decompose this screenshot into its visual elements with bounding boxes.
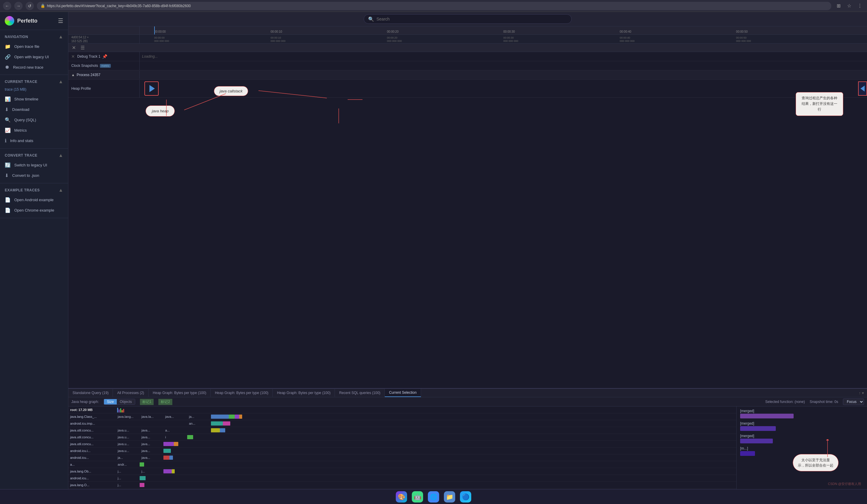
refresh-button[interactable]: ↺ bbox=[25, 2, 34, 10]
heap-tree-panel[interactable]: root: 17.20 MB bbox=[68, 407, 736, 489]
sidebar-header: Perfetto ☰ bbox=[0, 12, 68, 30]
taskbar-chrome[interactable]: 🌐 bbox=[428, 491, 439, 503]
bookmark-button[interactable]: ☆ bbox=[845, 2, 853, 10]
bottom-content: root: 17.20 MB bbox=[68, 407, 867, 489]
legacy-ui-label: Open with legacy UI bbox=[14, 55, 49, 59]
metrics-label: Metrics bbox=[14, 128, 27, 132]
sidebar-item-switch-legacy[interactable]: 🔄 Switch to legacy UI bbox=[0, 160, 68, 170]
heap-col2: j... bbox=[116, 483, 140, 487]
tab-all-processes[interactable]: All Processes (2) bbox=[113, 389, 149, 397]
heap-tag2-btn[interactable]: 标记2 bbox=[158, 399, 172, 405]
list-item[interactable]: java.util.concu... java.u... java... bbox=[68, 441, 736, 448]
heap-col4: i bbox=[163, 435, 187, 440]
list-item[interactable]: java.lang.O... j... bbox=[68, 482, 736, 489]
list-item[interactable]: a... andr... bbox=[68, 461, 736, 468]
taskbar-android[interactable]: 🤖 bbox=[412, 491, 423, 503]
merged-item-2[interactable]: [merged] bbox=[737, 420, 867, 433]
heap-col-name: android.icu.imp... bbox=[68, 421, 116, 426]
color-bar-g2 bbox=[187, 435, 193, 439]
convert-trace-label: Convert trace bbox=[5, 153, 38, 158]
tab-heap-graph-1[interactable]: Heap Graph: Bytes per type (100) bbox=[149, 389, 211, 397]
tab-current-selection[interactable]: Current Selection bbox=[385, 389, 421, 397]
list-item[interactable]: java.util.concu... java.u... java... a..… bbox=[68, 427, 736, 434]
example-traces-header[interactable]: Example Traces ▲ bbox=[0, 186, 68, 195]
expand-all-button[interactable]: ☰ bbox=[79, 44, 86, 51]
merged-item-4[interactable]: [m...] bbox=[737, 445, 867, 458]
heap-track-content[interactable] bbox=[140, 79, 867, 97]
sidebar-item-legacy-ui[interactable]: 🔗 Open with legacy UI bbox=[0, 52, 68, 62]
android-example-label: Open Android example bbox=[14, 197, 53, 202]
merged-item-1[interactable]: [merged] bbox=[737, 408, 867, 420]
taskbar-finder[interactable]: 🔵 bbox=[460, 491, 471, 503]
nav-section-label: Navigation bbox=[5, 35, 28, 39]
clock-snapshots-name: Clock Snapshots bbox=[71, 64, 98, 68]
heap-root-row[interactable]: root: 17.20 MB bbox=[68, 407, 736, 414]
tracks-scroll-area[interactable]: ✕ Debug Track 1 📌 Loading... Clock Snaps… bbox=[68, 52, 867, 388]
sidebar-item-convert-json[interactable]: ⬇ Convert to .json bbox=[0, 170, 68, 181]
extensions-button[interactable]: ⊞ bbox=[834, 2, 843, 10]
tab-more-button[interactable]: ↑ ▾ bbox=[856, 389, 867, 397]
search-input[interactable] bbox=[376, 17, 567, 21]
dtick-0: 00:00:00000 000 000 bbox=[154, 36, 169, 43]
url-bar[interactable]: 🔒 https://ui.perfetto.dev/#!/viewer?loca… bbox=[37, 2, 831, 10]
tab-recent-sql[interactable]: Recent SQL queries (100) bbox=[335, 389, 385, 397]
process-triangle: ▲ bbox=[71, 73, 75, 77]
heap-bar bbox=[187, 434, 736, 440]
current-trace-header[interactable]: Current Trace ▲ bbox=[0, 77, 68, 86]
heap-bar bbox=[163, 448, 736, 454]
heap-size-objects-toggle: Size Objects bbox=[104, 399, 135, 405]
clock-snapshots-label: Clock Snapshots metric bbox=[68, 61, 140, 70]
tab-heap-graph-3[interactable]: Heap Graph: Bytes per type (100) bbox=[273, 389, 335, 397]
color-bar-o2 bbox=[174, 442, 178, 446]
color-bar-g3 bbox=[140, 462, 144, 467]
process-row: ▲ Process 24357 bbox=[68, 71, 867, 79]
sidebar-item-open-trace[interactable]: 📁 Open trace file bbox=[0, 41, 68, 52]
taskbar-files[interactable]: 📁 bbox=[444, 491, 455, 503]
color-bar-purple bbox=[235, 415, 239, 419]
list-item[interactable]: android.icu... j... bbox=[68, 475, 736, 482]
sidebar-item-record-trace[interactable]: ⏺ Record new trace bbox=[0, 62, 68, 72]
play-button[interactable] bbox=[144, 82, 159, 96]
taskbar-perfetto[interactable]: 🎨 bbox=[396, 491, 407, 503]
sidebar-item-chrome-example[interactable]: 📄 Open Chrome example bbox=[0, 205, 68, 215]
heap-col4 bbox=[163, 423, 187, 424]
heap-objects-btn[interactable]: Objects bbox=[117, 399, 135, 405]
sidebar-item-info-stats[interactable]: ℹ Info and stats bbox=[0, 136, 68, 146]
sidebar-item-android-example[interactable]: 📄 Open Android example bbox=[0, 195, 68, 205]
app-container: Perfetto ☰ Navigation ▲ 📁 Open trace fil… bbox=[0, 12, 867, 489]
menu-button[interactable]: ⋮ bbox=[856, 2, 864, 10]
sidebar-item-show-timeline[interactable]: 📊 Show timeline bbox=[0, 94, 68, 104]
forward-button[interactable]: → bbox=[14, 2, 23, 10]
nav-section-header[interactable]: Navigation ▲ bbox=[0, 32, 68, 41]
tab-heap-graph-2[interactable]: Heap Graph: Bytes per type (100) bbox=[211, 389, 273, 397]
convert-trace-section: Convert trace ▲ 🔄 Switch to legacy UI ⬇ … bbox=[0, 149, 68, 183]
process-label[interactable]: ▲ Process 24357 bbox=[68, 71, 140, 79]
debug-track-loading: Loading... bbox=[142, 54, 158, 58]
list-item[interactable]: java.lang.Class_... java.lang... java.la… bbox=[68, 414, 736, 420]
heap-col-name: android.icu... bbox=[68, 476, 116, 481]
tab-standalone-query[interactable]: Standalone Query (19) bbox=[68, 389, 113, 397]
convert-trace-header[interactable]: Convert trace ▲ bbox=[0, 151, 68, 160]
focus-dropdown[interactable]: Focus bbox=[843, 398, 864, 405]
list-item[interactable]: android.icu.i... java.u... java... bbox=[68, 448, 736, 454]
trace-file-info[interactable]: trace (15 MB) bbox=[0, 86, 68, 94]
collapse-all-button[interactable]: ✕ bbox=[71, 44, 77, 51]
heap-bar bbox=[163, 454, 736, 461]
list-item[interactable]: java.lang.Ob... j... j... bbox=[68, 468, 736, 475]
heap-size-btn[interactable]: Size bbox=[104, 399, 117, 405]
debug-track-pin[interactable]: 📌 bbox=[102, 54, 107, 59]
sidebar-item-metrics[interactable]: 📈 Metrics bbox=[0, 125, 68, 136]
color-bar-p3 bbox=[163, 469, 172, 473]
list-item[interactable]: java.util.concu... java.u... java... i bbox=[68, 434, 736, 441]
back-button[interactable]: ← bbox=[3, 2, 11, 10]
right-navigate-button[interactable] bbox=[858, 82, 867, 96]
right-panel: [merged] [merged] [merged] [m...] bbox=[736, 407, 867, 489]
debug-track-close[interactable]: ✕ bbox=[71, 54, 75, 59]
menu-icon[interactable]: ☰ bbox=[58, 17, 63, 24]
list-item[interactable]: android.icu.imp... an... bbox=[68, 420, 736, 427]
list-item[interactable]: android.icu... ja... java... bbox=[68, 454, 736, 461]
sidebar-item-query[interactable]: 🔍 Query (SQL) bbox=[0, 115, 68, 125]
heap-tag1-btn[interactable]: 标记1 bbox=[140, 399, 154, 405]
merged-item-3[interactable]: [merged] bbox=[737, 433, 867, 445]
sidebar-item-download[interactable]: ⬇ Download bbox=[0, 104, 68, 115]
